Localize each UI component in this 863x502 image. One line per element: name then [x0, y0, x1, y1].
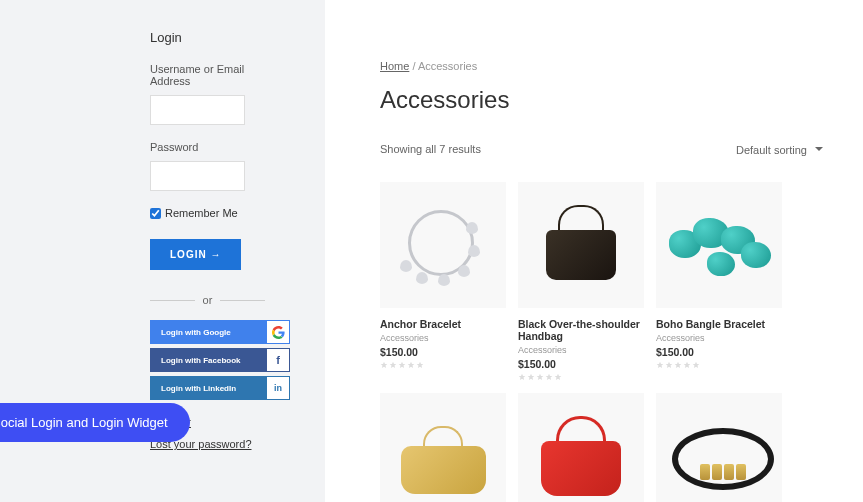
breadcrumb: Home / Accessories [380, 60, 823, 72]
login-facebook-button[interactable]: Login with Facebook f [150, 348, 290, 372]
product-name: Black Over-the-shoulder Handbag [518, 318, 644, 342]
login-heading: Login [150, 30, 265, 45]
product-card[interactable]: Black Over-the-shoulder Handbag Accessor… [518, 182, 644, 381]
product-image [656, 182, 782, 308]
login-button[interactable]: LOGIN → [150, 239, 241, 270]
result-count: Showing all 7 results [380, 143, 481, 155]
product-price: $150.00 [518, 358, 644, 370]
product-image [380, 182, 506, 308]
product-category: Accessories [656, 333, 782, 343]
product-image [518, 393, 644, 502]
page-title: Accessories [380, 86, 823, 114]
linkedin-icon: in [267, 377, 289, 399]
product-name: Boho Bangle Bracelet [656, 318, 782, 330]
remember-label: Remember Me [165, 207, 238, 219]
callout-badge: Social Login and Login Widget [0, 403, 190, 442]
remember-checkbox[interactable] [150, 208, 161, 219]
product-rating [380, 361, 506, 369]
sort-select[interactable]: Default sorting [736, 144, 823, 156]
google-icon [267, 321, 289, 343]
login-sidebar: Login Username or Email Address Password… [0, 0, 325, 502]
breadcrumb-current: Accessories [418, 60, 477, 72]
breadcrumb-home[interactable]: Home [380, 60, 409, 72]
or-divider: or [150, 294, 265, 306]
login-linkedin-button[interactable]: Login with LinkedIn in [150, 376, 290, 400]
product-image [380, 393, 506, 502]
username-label: Username or Email Address [150, 63, 265, 87]
product-card[interactable] [380, 393, 506, 502]
product-rating [656, 361, 782, 369]
product-image [518, 182, 644, 308]
product-price: $150.00 [380, 346, 506, 358]
product-card[interactable]: Boho Bangle Bracelet Accessories $150.00 [656, 182, 782, 381]
main-content: Home / Accessories Accessories Showing a… [325, 0, 863, 502]
product-rating [518, 373, 644, 381]
password-label: Password [150, 141, 265, 153]
product-name: Anchor Bracelet [380, 318, 506, 330]
login-google-button[interactable]: Login with Google [150, 320, 290, 344]
product-card[interactable] [518, 393, 644, 502]
product-price: $150.00 [656, 346, 782, 358]
username-input[interactable] [150, 95, 245, 125]
password-input[interactable] [150, 161, 245, 191]
product-card[interactable] [656, 393, 782, 502]
product-image [656, 393, 782, 502]
facebook-icon: f [267, 349, 289, 371]
product-card[interactable]: Anchor Bracelet Accessories $150.00 [380, 182, 506, 381]
product-grid: Anchor Bracelet Accessories $150.00 Blac… [380, 182, 823, 502]
product-category: Accessories [380, 333, 506, 343]
product-category: Accessories [518, 345, 644, 355]
